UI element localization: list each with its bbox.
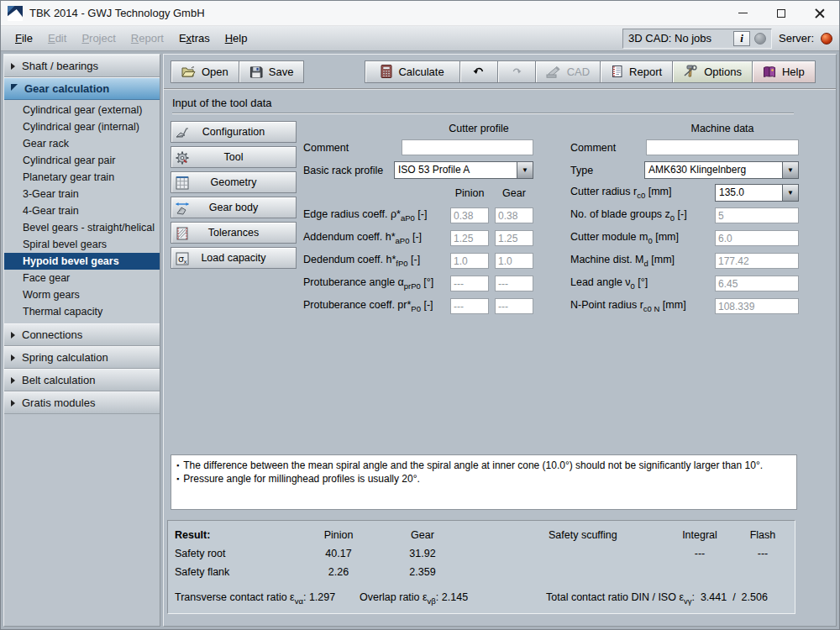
server-label: Server: — [779, 32, 814, 45]
cutter-module-label: Cutter module m0 [mm] — [570, 231, 679, 245]
content-area: Shaft / bearings Gear calculation Cylind… — [1, 51, 839, 629]
chevron-down-icon: ▼ — [517, 162, 533, 178]
app-window: TBK 2014 - GWJ Technology GmbH File Edit… — [0, 0, 840, 630]
tool-button[interactable]: Tool — [171, 146, 297, 168]
sidebar-item-3-gear-train[interactable]: 3-Gear train — [4, 186, 160, 202]
close-icon — [815, 8, 825, 18]
close-button[interactable] — [801, 1, 839, 25]
safety-flank-label: Safety flank — [175, 563, 301, 581]
open-folder-icon — [181, 66, 196, 78]
configuration-button[interactable]: Configuration — [171, 121, 297, 143]
scuffing-integral-value: --- — [666, 544, 733, 563]
transverse-contact-ratio: Transverse contact ratio εvα: 1.297 — [175, 591, 360, 606]
sidebar-item-hypoid-bevel-gears[interactable]: Hypoid bevel gears — [4, 253, 160, 270]
help-book-icon — [763, 66, 776, 78]
protuberance-angle-label: Protuberance angle αprP0 [°] — [303, 276, 433, 291]
sidebar-section-gratis-modules[interactable]: Gratis modules — [4, 391, 160, 414]
chevron-right-icon — [11, 354, 15, 361]
blade-groups-label: No. of blade groups z0 [-] — [570, 208, 687, 223]
machine-type-dropdown[interactable]: AMK630 Klingelnberg ▼ — [644, 161, 799, 179]
main-panel: Open Save Calculate — [163, 54, 837, 627]
maximize-button[interactable] — [762, 1, 801, 25]
info-button[interactable]: i — [733, 31, 750, 46]
menu-report: Report — [123, 29, 171, 47]
redo-button — [497, 60, 536, 83]
cutter-radius-label: Cutter radius rc0 [mm] — [570, 186, 672, 200]
sidebar-item-cylindrical-gear-external[interactable]: Cylindrical gear (external) — [4, 102, 160, 118]
tool-gear-icon — [175, 150, 190, 165]
safety-root-gear: 31.92 — [376, 544, 469, 563]
sidebar-item-cylindrical-gear-pair[interactable]: Cylindrical gear pair — [4, 152, 160, 169]
result-col-gear: Gear — [376, 526, 469, 544]
pinion-column-header: Pinion — [450, 187, 489, 199]
tolerances-icon — [175, 226, 190, 241]
chevron-right-icon — [11, 377, 15, 384]
undo-button[interactable] — [459, 60, 498, 83]
chevron-down-icon: ▼ — [782, 162, 798, 178]
gear-body-button[interactable]: Gear body — [171, 197, 297, 218]
machine-type-label: Type — [570, 165, 593, 176]
help-button[interactable]: Help — [752, 60, 816, 83]
sidebar-item-planetary-gear-train[interactable]: Planetary gear train — [4, 169, 160, 186]
menu-help[interactable]: Help — [218, 29, 255, 47]
load-capacity-button[interactable]: σx Load capacity — [171, 247, 297, 269]
cad-status-panel: 3D CAD: No jobs i — [622, 29, 772, 49]
cutter-radius-dropdown[interactable]: 135.0 ▼ — [715, 184, 799, 202]
sidebar-section-shaft-bearings[interactable]: Shaft / bearings — [4, 55, 160, 77]
edge-radius-label: Edge radius coeff. ρ*aP0 [-] — [303, 208, 427, 223]
work-area: Configuration Tool Geometry Gear body — [164, 114, 836, 626]
tolerances-button[interactable]: Tolerances — [171, 222, 297, 244]
app-logo-icon — [8, 6, 23, 21]
menu-extras[interactable]: Extras — [171, 29, 218, 47]
maximize-icon — [777, 9, 785, 18]
calculator-icon — [381, 65, 392, 78]
result-panel: Result: Pinion Gear Safety scuffing Inte… — [167, 520, 795, 614]
edge-radius-pinion-field — [450, 207, 489, 223]
result-col-integral: Integral — [666, 526, 733, 544]
overlap-ratio: Overlap ratio εvβ: 2.145 — [360, 591, 546, 606]
safety-flank-gear: 2.359 — [376, 563, 469, 581]
sidebar-item-gear-rack[interactable]: Gear rack — [4, 135, 160, 152]
notes-panel: ▪The difference between the mean spiral … — [171, 454, 797, 510]
sidebar-item-bevel-gears-straight-helical[interactable]: Bevel gears - straight/helical — [4, 219, 160, 236]
dedendum-pinion-field — [450, 253, 489, 269]
sidebar-section-belt-calculation[interactable]: Belt calculation — [4, 369, 160, 391]
lead-angle-label: Lead angle ν0 [°] — [570, 276, 648, 291]
chevron-expanded-icon — [11, 84, 18, 94]
open-button[interactable]: Open — [171, 60, 239, 83]
sidebar-item-4-gear-train[interactable]: 4-Gear train — [4, 202, 160, 219]
cutter-profile-section: Comment Basic rack profile ISO 53 Profil… — [303, 136, 533, 318]
redo-icon — [511, 67, 522, 76]
basic-rack-profile-dropdown[interactable]: ISO 53 Profile A ▼ — [394, 161, 533, 179]
report-button[interactable]: Report — [600, 60, 673, 83]
title-bar: TBK 2014 - GWJ Technology GmbH — [1, 1, 839, 26]
configuration-icon — [175, 125, 190, 140]
cutter-comment-input[interactable] — [402, 139, 533, 155]
section-nav-buttons: Configuration Tool Geometry Gear body — [171, 121, 297, 269]
sidebar-section-gear-calculation[interactable]: Gear calculation — [4, 77, 160, 100]
sidebar-section-spring-calculation[interactable]: Spring calculation — [4, 346, 160, 369]
menu-file[interactable]: File — [8, 29, 40, 47]
machine-comment-input[interactable] — [646, 139, 799, 155]
options-button[interactable]: Options — [672, 60, 753, 83]
geometry-button[interactable]: Geometry — [171, 171, 297, 193]
sidebar-item-face-gear[interactable]: Face gear — [4, 270, 160, 286]
cad-status-text: 3D CAD: No jobs — [628, 32, 733, 45]
menu-edit: Edit — [40, 29, 74, 47]
sidebar-item-thermal-capacity[interactable]: Thermal capacity — [4, 303, 160, 320]
sidebar-item-cylindrical-gear-internal[interactable]: Cylindrical gear (internal) — [4, 118, 160, 135]
bullet-icon: ▪ — [176, 459, 179, 472]
machine-data-title: Machine data — [655, 123, 790, 134]
options-tools-icon — [683, 65, 698, 78]
protuberance-angle-pinion-field — [450, 276, 489, 291]
sidebar-item-worm-gears[interactable]: Worm gears — [4, 286, 160, 303]
protuberance-coeff-gear-field — [495, 298, 533, 314]
sidebar-item-spiral-bevel-gears[interactable]: Spiral bevel gears — [4, 236, 160, 253]
addendum-label: Addendum coeff. h*aP0 [-] — [303, 231, 422, 245]
page-title: Input of the tool data — [172, 97, 272, 109]
calculate-button[interactable]: Calculate — [365, 60, 459, 83]
minimize-button[interactable] — [723, 1, 762, 25]
save-button[interactable]: Save — [239, 60, 305, 83]
sidebar-section-connections[interactable]: Connections — [4, 323, 160, 346]
chevron-right-icon — [11, 400, 15, 407]
